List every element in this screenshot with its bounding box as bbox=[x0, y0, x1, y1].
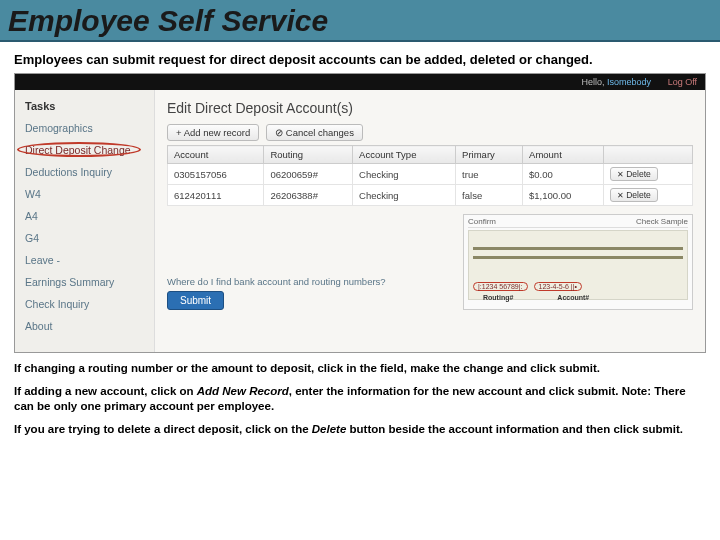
sidebar-item-about[interactable]: About bbox=[25, 320, 144, 332]
sidebar-item-a4[interactable]: A4 bbox=[25, 210, 144, 222]
sidebar-item-label: Direct Deposit Change bbox=[25, 144, 131, 156]
tab-confirm[interactable]: Confirm bbox=[468, 217, 496, 226]
sidebar-item-g4[interactable]: G4 bbox=[25, 232, 144, 244]
cell-account[interactable]: 612420111 bbox=[168, 185, 264, 206]
col-account[interactable]: Account bbox=[168, 146, 264, 164]
col-amount[interactable]: Amount bbox=[523, 146, 604, 164]
intro-text: Employees can submit request for direct … bbox=[0, 42, 720, 73]
app-topbar: Hello, Isomebody Log Off bbox=[15, 74, 705, 90]
sidebar-item-earnings[interactable]: Earnings Summary bbox=[25, 276, 144, 288]
cell-routing[interactable]: 06200659# bbox=[264, 164, 353, 185]
cell-routing[interactable]: 26206388# bbox=[264, 185, 353, 206]
sidebar-item-deductions[interactable]: Deductions Inquiry bbox=[25, 166, 144, 178]
app-screenshot: Hello, Isomebody Log Off Tasks Demograph… bbox=[14, 73, 706, 353]
submit-button[interactable]: Submit bbox=[167, 291, 224, 310]
cell-primary[interactable]: false bbox=[456, 185, 523, 206]
col-actions bbox=[603, 146, 692, 164]
page-header: Employee Self Service bbox=[0, 0, 720, 42]
panel-title: Edit Direct Deposit Account(s) bbox=[167, 100, 693, 116]
sidebar-item-leave[interactable]: Leave - bbox=[25, 254, 144, 266]
cell-type[interactable]: Checking bbox=[353, 185, 456, 206]
sidebar: Tasks Demographics Direct Deposit Change… bbox=[15, 90, 155, 352]
delete-button[interactable]: Delete bbox=[610, 188, 658, 202]
logoff-link[interactable]: Log Off bbox=[668, 77, 697, 87]
col-primary[interactable]: Primary bbox=[456, 146, 523, 164]
hello-label: Hello, bbox=[582, 77, 605, 87]
note-delete: If you are trying to delete a direct dep… bbox=[14, 422, 706, 437]
sidebar-title: Tasks bbox=[25, 100, 144, 112]
instruction-notes: If changing a routing number or the amou… bbox=[0, 353, 720, 437]
note-add: If adding a new account, click on Add Ne… bbox=[14, 384, 706, 414]
table-row: 0305157056 06200659# Checking true $0.00… bbox=[168, 164, 693, 185]
col-type[interactable]: Account Type bbox=[353, 146, 456, 164]
cell-primary[interactable]: true bbox=[456, 164, 523, 185]
sidebar-item-check-inquiry[interactable]: Check Inquiry bbox=[25, 298, 144, 310]
toolbar: + Add new record ⊘ Cancel changes bbox=[167, 124, 693, 141]
page-title: Employee Self Service bbox=[8, 4, 712, 38]
check-image: |:1234 56789|: 123-4-5-6 ||• Routing# Ac… bbox=[468, 230, 688, 300]
col-routing[interactable]: Routing bbox=[264, 146, 353, 164]
sidebar-item-w4[interactable]: W4 bbox=[25, 188, 144, 200]
check-line-icon bbox=[473, 256, 683, 259]
account-label: Account# bbox=[557, 294, 589, 301]
routing-segment: |:1234 56789|: bbox=[473, 282, 528, 291]
help-link[interactable]: Where do I find bank account and routing… bbox=[167, 276, 386, 287]
routing-label: Routing# bbox=[483, 294, 513, 301]
cancel-changes-button[interactable]: ⊘ Cancel changes bbox=[266, 124, 363, 141]
main-panel: Edit Direct Deposit Account(s) + Add new… bbox=[155, 90, 705, 352]
sidebar-item-direct-deposit[interactable]: Direct Deposit Change bbox=[25, 144, 144, 156]
cell-amount[interactable]: $1,100.00 bbox=[523, 185, 604, 206]
sidebar-item-demographics[interactable]: Demographics bbox=[25, 122, 144, 134]
accounts-table: Account Routing Account Type Primary Amo… bbox=[167, 145, 693, 206]
cell-account[interactable]: 0305157056 bbox=[168, 164, 264, 185]
table-row: 612420111 26206388# Checking false $1,10… bbox=[168, 185, 693, 206]
delete-button[interactable]: Delete bbox=[610, 167, 658, 181]
check-line-icon bbox=[473, 247, 683, 250]
add-record-button[interactable]: + Add new record bbox=[167, 124, 259, 141]
cell-type[interactable]: Checking bbox=[353, 164, 456, 185]
username-link[interactable]: Isomebody bbox=[607, 77, 651, 87]
cell-amount[interactable]: $0.00 bbox=[523, 164, 604, 185]
account-segment: 123-4-5-6 ||• bbox=[534, 282, 582, 291]
note-change: If changing a routing number or the amou… bbox=[14, 361, 706, 376]
tab-check-sample[interactable]: Check Sample bbox=[636, 217, 688, 226]
check-sample-panel: Confirm Check Sample |:1234 56789|: 123-… bbox=[463, 214, 693, 310]
